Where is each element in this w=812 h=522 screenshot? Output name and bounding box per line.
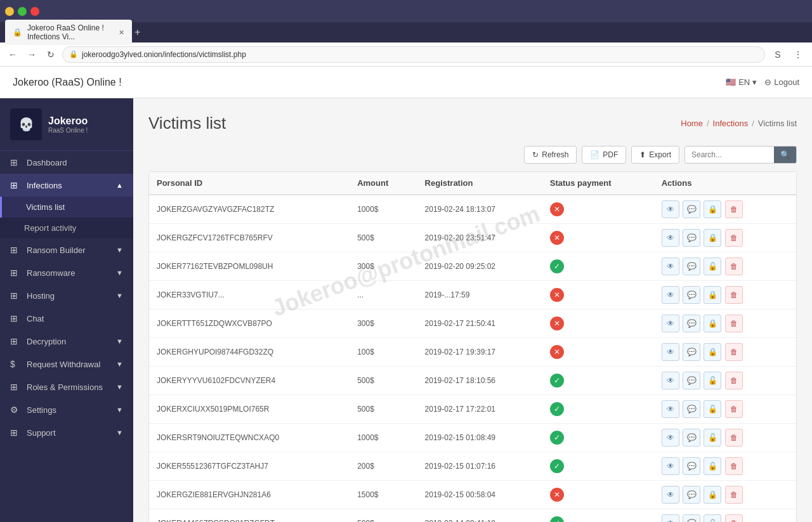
- view-button[interactable]: 👁: [662, 429, 679, 447]
- sidebar-item-report-activity[interactable]: Report activity: [0, 218, 133, 238]
- cell-registration: 2019-02-15 01:08:49: [417, 424, 542, 452]
- sidebar-item-dashboard[interactable]: ⊞ Dashboard: [0, 151, 133, 174]
- message-button[interactable]: 💬: [683, 400, 700, 418]
- delete-button[interactable]: 🗑: [725, 315, 743, 332]
- delete-button[interactable]: 🗑: [725, 343, 743, 361]
- maximize-button[interactable]: [18, 7, 27, 16]
- view-button[interactable]: 👁: [662, 286, 679, 304]
- view-button[interactable]: 👁: [662, 315, 679, 332]
- message-button[interactable]: 💬: [683, 343, 700, 361]
- breadcrumb-infections[interactable]: Infections: [713, 119, 749, 128]
- address-bar[interactable]: 🔒 jokeroodgo3ylved.onion/infections/vict…: [62, 46, 765, 63]
- cell-amount: 500$: [350, 509, 417, 523]
- view-button[interactable]: 👁: [662, 457, 679, 475]
- sidebar-item-chat[interactable]: ⊞ Chat: [0, 307, 133, 330]
- status-badge: ✓: [550, 431, 564, 445]
- delete-button[interactable]: 🗑: [725, 372, 743, 389]
- message-button[interactable]: 💬: [683, 229, 700, 247]
- view-button[interactable]: 👁: [662, 200, 679, 218]
- sidebar-item-decryption[interactable]: ⊞ Decryption ▼: [0, 330, 133, 353]
- lock-button[interactable]: 🔓: [704, 258, 721, 275]
- lock-button[interactable]: 🔒: [704, 343, 721, 361]
- extensions-button[interactable]: S: [769, 46, 787, 63]
- message-button[interactable]: 💬: [683, 286, 700, 304]
- delete-button[interactable]: 🗑: [725, 514, 743, 522]
- close-window-button[interactable]: [30, 7, 39, 16]
- lock-button[interactable]: 🔒: [704, 229, 721, 247]
- logout-button[interactable]: ⊖ Logout: [764, 77, 799, 87]
- sidebar-settings-label: Settings: [27, 405, 56, 415]
- sidebar-item-request-withdrawal[interactable]: $ Request Withdrawal ▼: [0, 353, 133, 375]
- decryption-icon: ⊞: [10, 336, 22, 346]
- sidebar-item-infections[interactable]: ⊞ Infections ▲: [0, 174, 133, 197]
- delete-button[interactable]: 🗑: [725, 486, 743, 504]
- message-button[interactable]: 💬: [683, 258, 700, 275]
- view-button[interactable]: 👁: [662, 372, 679, 389]
- sidebar-item-hosting[interactable]: ⊞ Hosting ▼: [0, 284, 133, 307]
- back-button[interactable]: ←: [5, 47, 20, 62]
- message-button[interactable]: 💬: [683, 514, 700, 522]
- table-row: JOKER77162TEVBZPOML098UH 300$ 2019-02-20…: [149, 252, 796, 281]
- cell-amount: 1000$: [350, 195, 417, 224]
- delete-button[interactable]: 🗑: [725, 258, 743, 275]
- cell-actions: 👁 💬 🔓 🗑: [654, 509, 796, 523]
- active-tab[interactable]: 🔒 Jokeroo RaaS Online ! Infections Vi...…: [5, 20, 132, 45]
- table-toolbar: ↻ Refresh 📄 PDF ⬆ Export 🔍: [148, 146, 797, 164]
- message-button[interactable]: 💬: [683, 457, 700, 475]
- status-badge: ✓: [550, 459, 564, 473]
- lock-button[interactable]: 🔓: [704, 429, 721, 447]
- lock-button[interactable]: 🔓: [704, 400, 721, 418]
- language-selector[interactable]: 🇺🇸 EN ▾: [726, 77, 757, 87]
- message-button[interactable]: 💬: [683, 429, 700, 447]
- lang-text: EN: [738, 77, 750, 87]
- message-button[interactable]: 💬: [683, 486, 700, 504]
- status-badge: ✓: [550, 516, 564, 522]
- search-box: 🔍: [684, 146, 797, 164]
- pdf-button[interactable]: 📄 PDF: [582, 146, 626, 164]
- view-button[interactable]: 👁: [662, 486, 679, 504]
- message-button[interactable]: 💬: [683, 200, 700, 218]
- cell-status: ✓: [542, 424, 654, 452]
- search-button[interactable]: 🔍: [774, 147, 796, 163]
- delete-button[interactable]: 🗑: [725, 457, 743, 475]
- new-tab-button[interactable]: +: [134, 27, 140, 38]
- sidebar-item-support[interactable]: ⊞ Support ▼: [0, 421, 133, 444]
- view-button[interactable]: 👁: [662, 229, 679, 247]
- view-button[interactable]: 👁: [662, 343, 679, 361]
- reload-button[interactable]: ↻: [43, 47, 58, 62]
- sidebar-item-settings[interactable]: ⚙ Settings ▼: [0, 398, 133, 421]
- sidebar-item-roles-permissions[interactable]: ⊞ Roles & Permissions ▼: [0, 375, 133, 398]
- lock-button[interactable]: 🔒: [704, 286, 721, 304]
- search-input[interactable]: [685, 147, 774, 162]
- lock-button[interactable]: 🔓: [704, 372, 721, 389]
- lock-button[interactable]: 🔒: [704, 486, 721, 504]
- delete-button[interactable]: 🗑: [725, 429, 743, 447]
- message-button[interactable]: 💬: [683, 372, 700, 389]
- lock-button[interactable]: 🔓: [704, 457, 721, 475]
- view-button[interactable]: 👁: [662, 400, 679, 418]
- page-header: Victims list Home / Infections / Victims…: [148, 114, 797, 133]
- refresh-button[interactable]: ↻ Refresh: [524, 146, 577, 164]
- breadcrumb-home[interactable]: Home: [681, 119, 703, 128]
- sidebar-item-victims-list[interactable]: Victims list: [0, 197, 133, 218]
- lock-button[interactable]: 🔓: [704, 514, 721, 522]
- delete-button[interactable]: 🗑: [725, 286, 743, 304]
- cell-amount: 100$: [350, 338, 417, 367]
- tab-close-button[interactable]: ✕: [119, 29, 124, 37]
- sidebar-item-ransomware[interactable]: ⊞ Ransomware ▼: [0, 261, 133, 284]
- message-button[interactable]: 💬: [683, 315, 700, 332]
- browser-menu-button[interactable]: ⋮: [789, 46, 807, 63]
- forward-button[interactable]: →: [24, 47, 39, 62]
- view-button[interactable]: 👁: [662, 514, 679, 522]
- report-activity-label: Report activity: [24, 223, 76, 233]
- lock-button[interactable]: 🔒: [704, 315, 721, 332]
- url-text: jokeroodgo3ylved.onion/infections/victim…: [82, 50, 758, 59]
- view-button[interactable]: 👁: [662, 258, 679, 275]
- export-button[interactable]: ⬆ Export: [631, 146, 679, 164]
- sidebar-item-ransom-builder[interactable]: ⊞ Ransom Builder ▼: [0, 238, 133, 261]
- delete-button[interactable]: 🗑: [725, 400, 743, 418]
- lock-button[interactable]: 🔒: [704, 200, 721, 218]
- minimize-button[interactable]: [5, 7, 14, 16]
- delete-button[interactable]: 🗑: [725, 229, 743, 247]
- delete-button[interactable]: 🗑: [725, 200, 743, 218]
